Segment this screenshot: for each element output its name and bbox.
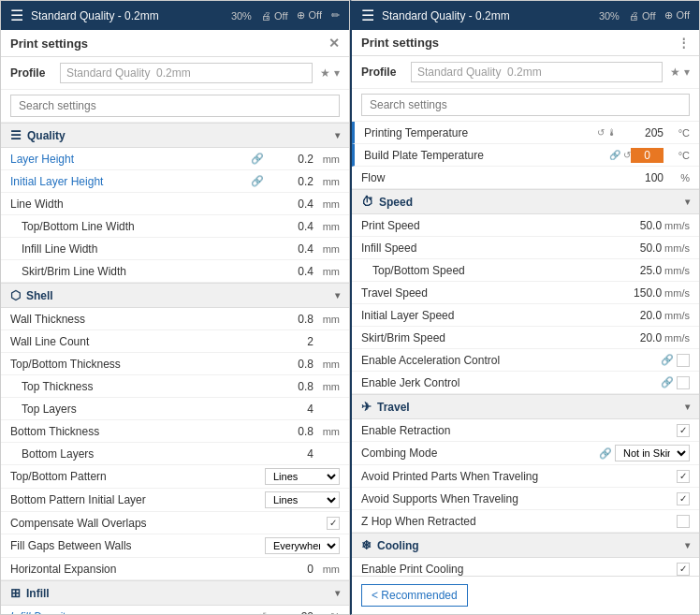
setting-enable-retraction: Enable Retraction ✓ [352, 419, 699, 442]
compensate-wall-overlaps-checkbox[interactable]: ✓ [327, 517, 340, 530]
top-layers-value: 4 [267, 403, 314, 416]
left-header-icon: ☰ [10, 7, 23, 24]
reset-icon[interactable]: ↺ [258, 610, 267, 614]
left-profile-input[interactable] [60, 63, 313, 83]
bottom-pattern-initial-dropdown[interactable]: Lines [265, 491, 340, 508]
infill-section-header[interactable]: ⊞ Infill ▾ [1, 580, 349, 606]
travel-chevron: ▾ [685, 402, 690, 412]
left-panel: ☰ Standard Quality - 0.2mm 30% 🖨 Off ⊕ O… [0, 0, 350, 615]
right-profile-input[interactable] [411, 62, 663, 82]
recommended-button[interactable]: < Recommended [361, 584, 468, 607]
shell-chevron: ▾ [335, 290, 340, 300]
enable-retraction-name: Enable Retraction [361, 424, 677, 437]
left-header: ☰ Standard Quality - 0.2mm 30% 🖨 Off ⊕ O… [1, 1, 349, 30]
setting-top-thickness: Top Thickness 0.8 mm [1, 375, 349, 398]
initial-layer-speed-value: 20.0 [615, 309, 662, 322]
infill-line-width-name: Infill Line Width [22, 242, 267, 256]
setting-line-width: Line Width 0.4 mm [1, 193, 349, 215]
top-bottom-pattern-dropdown[interactable]: Lines [265, 468, 340, 485]
travel-section-header[interactable]: ✈ Travel ▾ [352, 394, 699, 419]
left-header-right: 30% 🖨 Off ⊕ Off ✏ [231, 9, 340, 22]
skirt-brim-speed-value: 20.0 [615, 331, 662, 344]
line-width-value: 0.4 [267, 198, 314, 211]
left-header-title: Standard Quality - 0.2mm [31, 9, 159, 22]
avoid-supports-traveling-name: Avoid Supports When Traveling [361, 492, 677, 505]
enable-accel-control-name: Enable Acceleration Control [361, 354, 658, 367]
setting-enable-jerk-control: Enable Jerk Control 🔗 [352, 372, 699, 394]
right-header: ☰ Standard Quality - 0.2mm 30% 🖨 Off ⊕ O… [352, 1, 699, 30]
printing-temp-value: 205 [617, 126, 664, 139]
setting-skirt-brim-speed: Skirt/Brim Speed 20.0 mm/s [352, 327, 699, 349]
skirt-brim-line-width-name: Skirt/Brim Line Width [22, 265, 267, 278]
top-thickness-value: 0.8 [267, 380, 314, 393]
enable-print-cooling-checkbox[interactable]: ✓ [677, 563, 690, 576]
flow-value: 100 [617, 171, 664, 184]
right-settings-body: Printing Temperature ↺ 🌡 205 °C Build Pl… [352, 122, 699, 576]
speed-chevron: ▾ [685, 197, 690, 207]
bottom-layers-name: Bottom Layers [22, 447, 267, 461]
skirt-brim-speed-name: Skirt/Brim Speed [361, 331, 615, 344]
travel-icon: ✈ [361, 400, 372, 414]
setting-flow: Flow 100 % [352, 167, 699, 189]
cooling-icon: ❄ [361, 538, 372, 552]
setting-layer-height: Layer Height 🔗 0.2 mm [1, 148, 349, 170]
cooling-label: Cooling [377, 539, 419, 552]
edit-icon[interactable]: ✏ [331, 9, 340, 22]
fill-gaps-dropdown[interactable]: Everywhere [265, 537, 340, 554]
enable-jerk-control-checkbox[interactable] [677, 376, 690, 389]
close-button[interactable]: ✕ [328, 36, 340, 51]
setting-avoid-printed-parts: Avoid Printed Parts When Traveling ✓ [352, 465, 699, 488]
right-percent: 30% [599, 10, 620, 22]
avoid-printed-parts-checkbox[interactable]: ✓ [677, 470, 690, 483]
combing-mode-dropdown[interactable]: Not in Skin [615, 445, 690, 461]
horizontal-expansion-name: Horizontal Expansion [10, 563, 267, 576]
setting-top-bottom-speed: Top/Bottom Speed 25.0 mm/s [352, 259, 699, 282]
top-bottom-speed-value: 25.0 [615, 264, 662, 277]
setting-top-bottom-thickness: Top/Bottom Thickness 0.8 mm [1, 353, 349, 375]
right-settings-menu[interactable]: ⋮ [678, 36, 690, 50]
cooling-chevron: ▾ [685, 540, 690, 550]
cooling-section-header[interactable]: ❄ Cooling ▾ [352, 533, 699, 558]
right-search-input[interactable] [361, 94, 690, 116]
build-plate-temp-name: Build Plate Temperature [364, 149, 609, 162]
travel-label: Travel [377, 401, 410, 414]
setting-z-hop-retracted: Z Hop When Retracted [352, 510, 699, 533]
setting-combing-mode: Combing Mode 🔗 Not in Skin [352, 442, 699, 465]
avoid-supports-traveling-checkbox[interactable]: ✓ [677, 492, 690, 505]
setting-infill-speed: Infill Speed 50.0 mm/s [352, 237, 699, 259]
quality-section-header[interactable]: ☰ Quality ▾ [1, 123, 349, 148]
link-icon2: 🔗 [251, 175, 264, 187]
left-print-settings-bar: Print settings ✕ [1, 30, 349, 57]
left-profile-icons: ★ ▾ [320, 66, 340, 80]
right-print-settings-bar: Print settings ⋮ [352, 30, 699, 56]
z-hop-retracted-checkbox[interactable] [677, 515, 690, 528]
shell-section-header[interactable]: ⬡ Shell ▾ [1, 283, 349, 308]
z-hop-retracted-name: Z Hop When Retracted [361, 515, 677, 528]
top-bottom-thickness-name: Top/Bottom Thickness [10, 358, 267, 371]
right-panel: ☰ Standard Quality - 0.2mm 30% 🖨 Off ⊕ O… [350, 0, 700, 615]
layer-height-name: Layer Height [10, 153, 248, 166]
horizontal-expansion-value: 0 [267, 563, 314, 576]
setting-horizontal-expansion: Horizontal Expansion 0 mm [1, 558, 349, 580]
top-bottom-thickness-value: 0.8 [267, 358, 314, 371]
shell-label: Shell [26, 289, 53, 302]
left-percent: 30% [231, 10, 252, 22]
speed-icon: ⏱ [361, 195, 373, 209]
initial-layer-speed-name: Initial Layer Speed [361, 309, 615, 322]
setting-wall-line-count: Wall Line Count 2 [1, 330, 349, 353]
right-star-icon[interactable]: ★ [670, 66, 680, 79]
enable-retraction-checkbox[interactable]: ✓ [677, 424, 690, 437]
speed-section-header[interactable]: ⏱ Speed ▾ [352, 189, 699, 214]
setting-wall-thickness: Wall Thickness 0.8 mm [1, 308, 349, 330]
setting-print-speed: Print Speed 50.0 mm/s [352, 214, 699, 237]
fill-gaps-name: Fill Gaps Between Walls [10, 539, 265, 552]
setting-enable-print-cooling: Enable Print Cooling ✓ [352, 558, 699, 576]
star-icon[interactable]: ★ [320, 66, 330, 80]
top-thickness-name: Top Thickness [22, 380, 267, 393]
left-search-input[interactable] [10, 95, 340, 117]
chevron-down-icon[interactable]: ▾ [334, 66, 340, 80]
left-off2: ⊕ Off [297, 9, 322, 22]
right-chevron-down-icon[interactable]: ▾ [684, 66, 690, 79]
top-layers-name: Top Layers [22, 403, 267, 416]
enable-accel-control-checkbox[interactable] [677, 354, 690, 367]
